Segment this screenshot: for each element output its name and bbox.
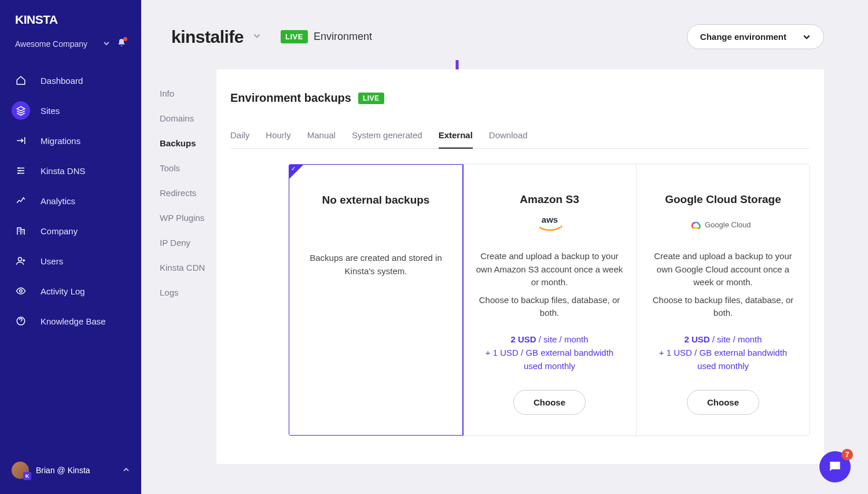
nav-kb[interactable]: Knowledge Base xyxy=(0,306,141,336)
price-rest: / site / month xyxy=(710,334,762,344)
avatar: K xyxy=(12,462,29,479)
nav-label: Analytics xyxy=(41,196,75,206)
eye-icon xyxy=(16,286,26,296)
subnav-wp-plugins[interactable]: WP Plugins xyxy=(160,205,216,230)
page-header: kinstalife LIVE Environment Change envir… xyxy=(171,24,849,49)
nav-label: Company xyxy=(41,226,78,236)
nav-label: Users xyxy=(41,256,63,266)
nav-users[interactable]: Users xyxy=(0,246,141,276)
change-env-label: Change environment xyxy=(700,32,786,42)
nav-dashboard[interactable]: Dashboard xyxy=(0,65,141,95)
tab-system-generated[interactable]: System generated xyxy=(352,126,422,148)
svg-point-0 xyxy=(19,257,22,261)
dns-icon xyxy=(16,165,26,176)
card-title: No external backups xyxy=(302,194,450,207)
notifications-button[interactable] xyxy=(117,38,126,49)
chevron-down-icon xyxy=(803,33,811,41)
choose-gcs-button[interactable]: Choose xyxy=(687,390,759,415)
price-rest: / site / month xyxy=(536,334,589,344)
migrate-icon xyxy=(16,135,26,146)
card-title: Amazon S3 xyxy=(476,193,623,206)
main-panel: Environment backups LIVE Daily Hourly Ma… xyxy=(216,69,824,464)
sidebar: KINSTA Awesome Company Dashboard Sites M… xyxy=(0,0,141,494)
card-google-cloud: Google Cloud Storage Google Cloud Create… xyxy=(637,164,810,436)
nav-company[interactable]: Company xyxy=(0,216,141,246)
svg-text:aws: aws xyxy=(541,215,557,224)
primary-nav: Dashboard Sites Migrations Kinsta DNS An… xyxy=(0,61,141,341)
env-badge: LIVE xyxy=(281,30,308,43)
price-line2: + 1 USD / GB external bandwidth used mon… xyxy=(659,348,787,371)
card-amazon-s3: Amazon S3 aws Create and upload a backup… xyxy=(463,164,637,436)
user-name: Brian @ Kinsta xyxy=(36,466,90,475)
nav-dns[interactable]: Kinsta DNS xyxy=(0,156,141,186)
tab-external[interactable]: External xyxy=(439,126,473,148)
tab-manual[interactable]: Manual xyxy=(307,126,336,148)
card-no-external[interactable]: No external backups Backups are created … xyxy=(288,164,464,436)
subnav-redirects[interactable]: Redirects xyxy=(160,180,216,205)
price-line2: + 1 USD / GB external bandwidth used mon… xyxy=(486,348,613,371)
external-backup-cards: No external backups Backups are created … xyxy=(288,164,810,436)
nav-sites[interactable]: Sites xyxy=(0,95,141,126)
subnav-logs[interactable]: Logs xyxy=(160,280,216,305)
card-pricing: 2 USD / site / month + 1 USD / GB extern… xyxy=(649,333,797,373)
company-name: Awesome Company xyxy=(15,39,87,49)
users-icon xyxy=(16,256,26,266)
logo: KINSTA xyxy=(0,0,141,32)
notification-dot xyxy=(123,37,127,41)
card-desc2: Choose to backup files, database, or bot… xyxy=(476,294,623,320)
company-switcher[interactable]: Awesome Company xyxy=(0,32,141,61)
nav-label: Sites xyxy=(41,106,60,116)
backup-tabs: Daily Hourly Manual System generated Ext… xyxy=(230,126,810,149)
home-icon xyxy=(16,75,26,86)
tab-download[interactable]: Download xyxy=(489,126,528,148)
panel-title: Environment backups xyxy=(230,91,351,105)
env-label: Environment xyxy=(314,31,372,43)
panel-env-badge: LIVE xyxy=(358,93,384,104)
subnav-cdn[interactable]: Kinsta CDN xyxy=(160,255,216,280)
price-bold: 2 USD xyxy=(510,334,536,344)
svg-text:Google Cloud: Google Cloud xyxy=(705,220,751,229)
card-desc: Create and upload a backup to your own G… xyxy=(649,250,797,289)
subnav-tools[interactable]: Tools xyxy=(160,156,216,180)
nav-activity[interactable]: Activity Log xyxy=(0,276,141,306)
chat-icon xyxy=(827,459,843,474)
site-title: kinstalife xyxy=(171,27,244,47)
nav-label: Activity Log xyxy=(41,286,85,296)
nav-label: Migrations xyxy=(41,136,80,146)
subnav-domains[interactable]: Domains xyxy=(160,106,216,131)
building-icon xyxy=(16,226,26,236)
site-subnav: Info Domains Backups Tools Redirects WP … xyxy=(141,0,216,494)
nav-migrations[interactable]: Migrations xyxy=(0,126,141,156)
card-desc2: Choose to backup files, database, or bot… xyxy=(649,294,797,320)
subnav-backups[interactable]: Backups xyxy=(160,131,216,156)
card-pricing: 2 USD / site / month + 1 USD / GB extern… xyxy=(476,333,623,373)
help-icon xyxy=(16,316,26,326)
site-dropdown[interactable] xyxy=(253,32,261,42)
sidebar-user[interactable]: K Brian @ Kinsta xyxy=(0,452,141,494)
selected-check-icon xyxy=(289,165,303,179)
nav-label: Dashboard xyxy=(41,76,83,86)
card-title: Google Cloud Storage xyxy=(649,193,797,206)
tab-daily[interactable]: Daily xyxy=(230,126,249,148)
aws-logo-icon: aws xyxy=(476,214,623,235)
chat-button[interactable]: 7 xyxy=(819,451,851,482)
chevron-down-icon xyxy=(103,39,110,49)
tab-hourly[interactable]: Hourly xyxy=(266,126,290,148)
choose-s3-button[interactable]: Choose xyxy=(513,390,586,415)
chat-badge: 7 xyxy=(841,449,853,460)
google-cloud-logo-icon: Google Cloud xyxy=(649,214,797,235)
price-bold: 2 USD xyxy=(684,334,709,344)
brand-text: KINSTA xyxy=(15,13,58,26)
nav-analytics[interactable]: Analytics xyxy=(0,186,141,216)
change-environment-button[interactable]: Change environment xyxy=(687,24,824,49)
analytics-icon xyxy=(16,196,26,206)
chevron-up-icon xyxy=(123,466,130,475)
nav-label: Kinsta DNS xyxy=(41,166,86,176)
subnav-info[interactable]: Info xyxy=(160,81,216,106)
panel-header: Environment backups LIVE xyxy=(230,91,810,105)
layers-icon xyxy=(16,105,26,116)
card-desc: Backups are created and stored in Kinsta… xyxy=(302,252,450,278)
chevron-down-icon xyxy=(253,32,261,40)
svg-point-1 xyxy=(20,290,23,293)
subnav-ip-deny[interactable]: IP Deny xyxy=(160,230,216,255)
